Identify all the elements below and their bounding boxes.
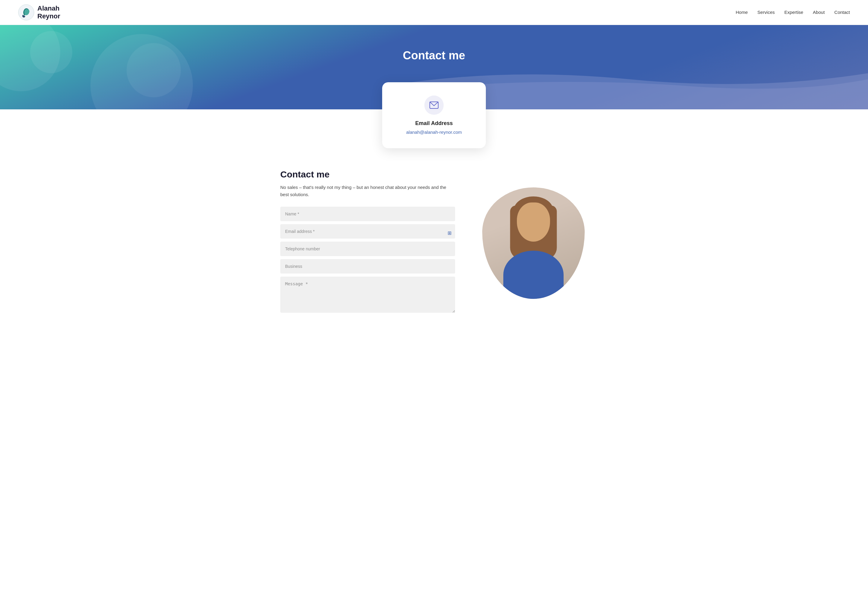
logo[interactable]: Alanah Reynor — [18, 4, 60, 20]
hero-title: Contact me — [0, 49, 868, 62]
email-card: Email Address alanah@alanah-reynor.com — [382, 82, 486, 148]
business-input[interactable] — [280, 259, 455, 274]
email-card-section: Email Address alanah@alanah-reynor.com — [0, 82, 868, 157]
telephone-input[interactable] — [280, 241, 455, 256]
brand-name: Alanah Reynor — [37, 5, 60, 20]
nav-home[interactable]: Home — [736, 10, 748, 15]
name-input[interactable] — [280, 207, 455, 221]
contact-heading: Contact me — [280, 169, 455, 179]
form-side: Contact me No sales – that's really not … — [280, 169, 455, 317]
email-icon-circle — [424, 96, 444, 115]
email-card-title: Email Address — [406, 120, 462, 127]
contact-desc: No sales – that's really not my thing – … — [280, 184, 455, 198]
contact-form: ⊞ — [280, 207, 455, 317]
email-row: ⊞ — [280, 224, 455, 241]
logo-icon — [18, 4, 34, 20]
message-textarea[interactable] — [280, 277, 455, 313]
nav-about[interactable]: About — [813, 10, 825, 15]
nav-services[interactable]: Services — [757, 10, 775, 15]
nav-links: Home Services Expertise About Contact — [736, 10, 850, 15]
navbar: Alanah Reynor Home Services Expertise Ab… — [0, 0, 868, 25]
nav-contact[interactable]: Contact — [834, 10, 850, 15]
envelope-icon — [429, 102, 439, 109]
email-link[interactable]: alanah@alanah-reynor.com — [406, 130, 462, 135]
nav-expertise[interactable]: Expertise — [784, 10, 803, 15]
main-content: Contact me No sales – that's really not … — [262, 157, 606, 341]
photo-side — [479, 169, 588, 299]
email-validate-icon: ⊞ — [448, 230, 451, 236]
email-input[interactable] — [280, 224, 455, 238]
body — [503, 251, 564, 299]
profile-photo — [482, 187, 585, 299]
face — [517, 203, 550, 241]
